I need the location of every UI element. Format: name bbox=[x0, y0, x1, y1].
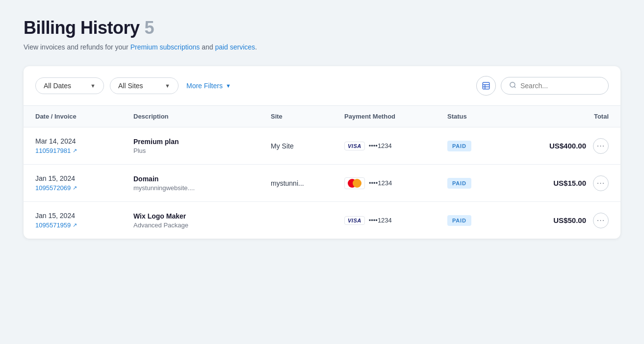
table-row: Mar 14, 2024 1105917981 ↗ Premium plan P… bbox=[24, 127, 620, 165]
chevron-down-icon: ▼ bbox=[165, 83, 170, 89]
mastercard-logo bbox=[348, 179, 361, 188]
date-value-2: Jan 15, 2024 bbox=[35, 174, 133, 182]
date-value-1: Mar 14, 2024 bbox=[35, 137, 133, 145]
more-options-button-2[interactable]: ··· bbox=[593, 175, 609, 191]
card-badge-3: VISA bbox=[344, 216, 365, 225]
more-options-button-1[interactable]: ··· bbox=[593, 138, 609, 154]
date-cell-3: Jan 15, 2024 1095571959 ↗ bbox=[35, 212, 133, 229]
header-status: Status bbox=[447, 113, 521, 120]
page-title: Billing History bbox=[24, 18, 140, 38]
card-badge-2 bbox=[344, 177, 365, 189]
total-amount-3: US$50.00 bbox=[553, 216, 586, 224]
status-badge-2: PAID bbox=[447, 178, 471, 189]
header-total: Total bbox=[521, 113, 609, 120]
status-cell-1: PAID bbox=[447, 141, 521, 151]
search-input[interactable] bbox=[520, 82, 599, 90]
desc-sub-2: mystunningwebsite.... bbox=[133, 184, 271, 192]
status-cell-2: PAID bbox=[447, 178, 521, 189]
svg-point-4 bbox=[510, 82, 515, 87]
payment-cell-2: ••••1234 bbox=[344, 177, 447, 189]
search-box[interactable] bbox=[501, 77, 609, 95]
table-icon bbox=[482, 81, 490, 90]
description-cell-2: Domain mystunningwebsite.... bbox=[133, 175, 271, 192]
chevron-down-icon: ▼ bbox=[226, 83, 231, 89]
desc-sub-3: Advanced Package bbox=[133, 221, 271, 229]
table-header: Date / Invoice Description Site Payment … bbox=[24, 106, 620, 127]
table-row: Jan 15, 2024 1095572069 ↗ Domain mystunn… bbox=[24, 165, 620, 202]
billing-table-card: All Dates ▼ All Sites ▼ More Filters ▼ bbox=[24, 66, 620, 239]
header-date-invoice: Date / Invoice bbox=[35, 113, 133, 120]
desc-title-3: Wix Logo Maker bbox=[133, 212, 271, 220]
more-filters-button[interactable]: More Filters ▼ bbox=[184, 78, 233, 94]
total-cell-2: US$15.00 ··· bbox=[521, 175, 609, 191]
header-description: Description bbox=[133, 113, 271, 120]
total-amount-2: US$15.00 bbox=[553, 179, 586, 187]
more-filters-label: More Filters bbox=[186, 82, 223, 90]
export-button[interactable] bbox=[476, 76, 496, 96]
card-badge-1: VISA bbox=[344, 142, 365, 150]
status-badge-3: PAID bbox=[447, 215, 471, 226]
invoice-link-3[interactable]: 1095571959 ↗ bbox=[35, 221, 133, 229]
status-badge-1: PAID bbox=[447, 141, 471, 151]
search-icon bbox=[509, 81, 516, 90]
table-row: Jan 15, 2024 1095571959 ↗ Wix Logo Maker… bbox=[24, 202, 620, 239]
svg-rect-0 bbox=[483, 82, 489, 89]
description-cell-1: Premium plan Plus bbox=[133, 138, 271, 154]
total-cell-1: US$400.00 ··· bbox=[521, 138, 609, 154]
description-cell-3: Wix Logo Maker Advanced Package bbox=[133, 212, 271, 229]
header-payment-method: Payment Method bbox=[344, 113, 447, 120]
total-amount-1: US$400.00 bbox=[549, 142, 586, 150]
page-header: Billing History 5 View invoices and refu… bbox=[24, 18, 620, 52]
external-link-icon: ↗ bbox=[73, 147, 77, 154]
invoice-link-1[interactable]: 1105917981 ↗ bbox=[35, 147, 133, 154]
page-subtitle: View invoices and refunds for your Premi… bbox=[24, 42, 620, 52]
external-link-icon: ↗ bbox=[73, 222, 77, 228]
all-dates-filter[interactable]: All Dates ▼ bbox=[35, 77, 104, 94]
total-cell-3: US$50.00 ··· bbox=[521, 213, 609, 228]
desc-sub-1: Plus bbox=[133, 147, 271, 154]
more-options-button-3[interactable]: ··· bbox=[593, 213, 609, 228]
card-dots-3: ••••1234 bbox=[369, 217, 392, 224]
visa-logo: VISA bbox=[348, 218, 361, 223]
site-cell-1: My Site bbox=[271, 142, 344, 150]
payment-cell-1: VISA ••••1234 bbox=[344, 142, 447, 150]
all-dates-label: All Dates bbox=[44, 82, 71, 90]
date-value-3: Jan 15, 2024 bbox=[35, 212, 133, 220]
header-site: Site bbox=[271, 113, 344, 120]
visa-logo: VISA bbox=[348, 143, 361, 149]
status-cell-3: PAID bbox=[447, 215, 521, 226]
external-link-icon: ↗ bbox=[73, 185, 77, 191]
filters-bar: All Dates ▼ All Sites ▼ More Filters ▼ bbox=[24, 66, 620, 106]
all-sites-filter[interactable]: All Sites ▼ bbox=[110, 77, 179, 94]
chevron-down-icon: ▼ bbox=[90, 83, 96, 89]
all-sites-label: All Sites bbox=[118, 82, 143, 90]
payment-cell-3: VISA ••••1234 bbox=[344, 216, 447, 225]
desc-title-1: Premium plan bbox=[133, 138, 271, 146]
card-dots-1: ••••1234 bbox=[369, 142, 392, 149]
page-count: 5 bbox=[145, 18, 155, 38]
svg-line-5 bbox=[514, 86, 515, 88]
card-dots-2: ••••1234 bbox=[369, 179, 392, 187]
invoice-link-2[interactable]: 1095572069 ↗ bbox=[35, 184, 133, 192]
site-cell-2: mystunni... bbox=[271, 179, 344, 187]
desc-title-2: Domain bbox=[133, 175, 271, 183]
date-cell-2: Jan 15, 2024 1095572069 ↗ bbox=[35, 174, 133, 192]
date-cell-1: Mar 14, 2024 1105917981 ↗ bbox=[35, 137, 133, 154]
